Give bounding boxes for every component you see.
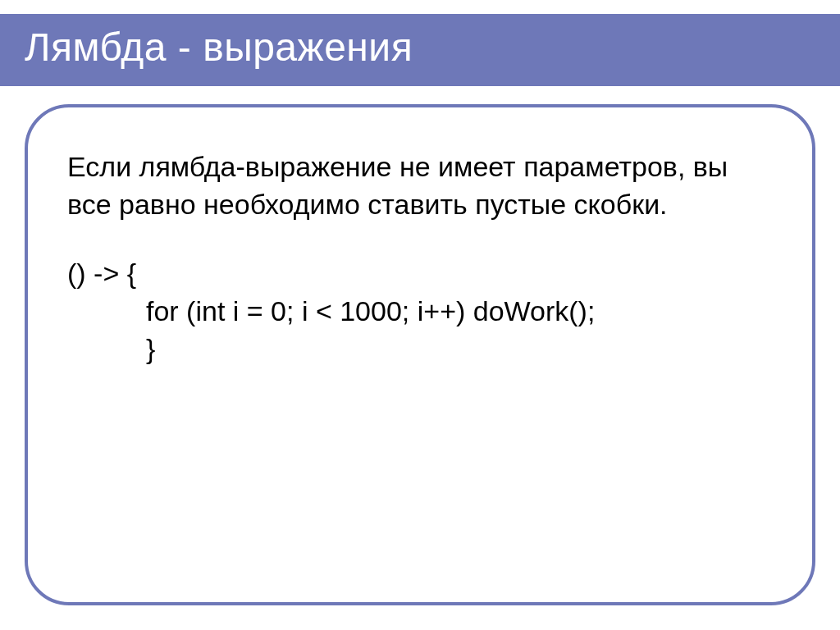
code-line-2: for (int i = 0; i < 1000; i++) doWork(); [67, 293, 773, 331]
code-line-3: } [67, 331, 773, 368]
slide-title: Лямбда - выражения [25, 25, 413, 70]
content-frame: Если лямбда-выражение не имеет параметро… [25, 104, 815, 605]
paragraph-text: Если лямбда-выражение не имеет параметро… [67, 148, 773, 224]
title-underline [0, 100, 840, 103]
content-body: Если лямбда-выражение не имеет параметро… [67, 148, 773, 368]
code-line-1: () -> { [67, 255, 773, 293]
